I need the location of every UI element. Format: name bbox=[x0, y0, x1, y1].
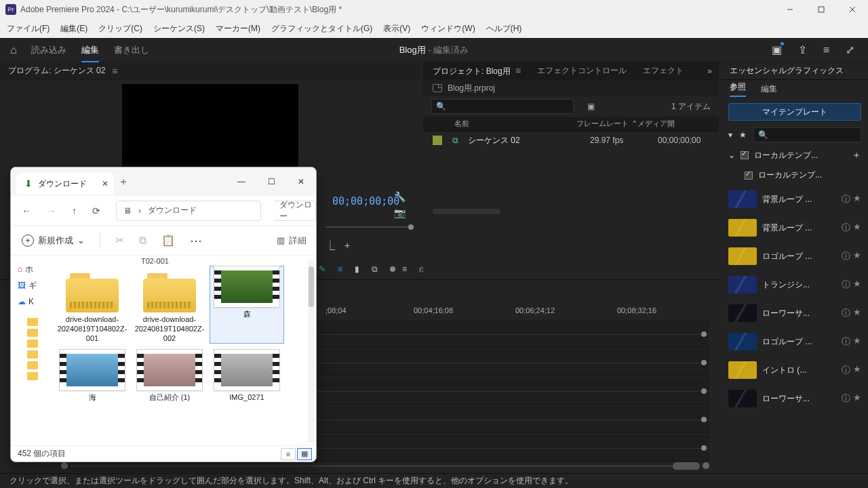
address-bar[interactable]: 🖥 › ダウンロード bbox=[116, 201, 261, 221]
more-tabs-icon[interactable]: » bbox=[707, 66, 719, 76]
eg-folder[interactable]: ⌄ ローカルテンプ... ＋ bbox=[722, 145, 868, 165]
explorer-close[interactable]: ✕ bbox=[286, 170, 316, 193]
menu-item[interactable]: グラフィックとタイトル(G) bbox=[271, 23, 372, 35]
workspace-tab-import[interactable]: 読み込み bbox=[31, 44, 66, 56]
eg-title[interactable]: エッセンシャルグラフィックス bbox=[722, 62, 868, 80]
menu-item[interactable]: シーケンス(S) bbox=[153, 23, 205, 35]
workspace-menu-icon[interactable]: ≡ bbox=[823, 44, 829, 56]
info-icon[interactable]: ⓘ bbox=[842, 364, 850, 376]
project-hscroll[interactable] bbox=[433, 209, 500, 214]
file-item[interactable]: drive-download-20240819T104802Z-001 bbox=[56, 266, 129, 343]
explorer-maximize[interactable]: ☐ bbox=[256, 170, 286, 193]
quick-export-icon[interactable]: ▣ bbox=[772, 43, 782, 56]
window-minimize[interactable] bbox=[774, 0, 806, 19]
info-icon[interactable]: ⓘ bbox=[842, 193, 850, 205]
sidebar-gallery[interactable]: 🖼ギ bbox=[18, 277, 53, 293]
marker-out-icon[interactable]: ⎿ bbox=[326, 240, 335, 251]
window-maximize[interactable] bbox=[806, 0, 837, 19]
sidebar-home[interactable]: ⌂ホ bbox=[18, 261, 53, 277]
ctrl-icon[interactable]: ≡ bbox=[338, 264, 342, 274]
star-icon[interactable]: ★ bbox=[853, 336, 861, 348]
template-item[interactable]: ローワーサ...ⓘ★ bbox=[722, 384, 868, 413]
add-marker-icon[interactable]: + bbox=[344, 240, 350, 251]
workspace-tab-edit[interactable]: 編集 bbox=[81, 44, 99, 56]
crumb-label[interactable]: ダウンロード bbox=[148, 205, 197, 216]
ctrl-icon[interactable]: ✎ bbox=[319, 264, 326, 274]
add-folder-icon[interactable]: ＋ bbox=[852, 149, 861, 161]
template-item[interactable]: 背景ループ ...ⓘ★ bbox=[722, 214, 868, 242]
keyframe-handle[interactable] bbox=[701, 360, 707, 365]
explorer-tab[interactable]: ⬇ ダウンロード ✕ bbox=[16, 173, 114, 195]
tab-close-icon[interactable]: ✕ bbox=[102, 179, 108, 188]
ctrl-icon[interactable]: ▮ bbox=[355, 264, 359, 274]
menu-item[interactable]: 表示(V) bbox=[383, 23, 410, 35]
template-item[interactable]: トランジシ...ⓘ★ bbox=[722, 270, 868, 299]
template-item[interactable]: ロゴループ ...ⓘ★ bbox=[722, 327, 868, 356]
nav-refresh-icon[interactable]: ⟳ bbox=[92, 205, 100, 216]
star-icon[interactable]: ★ bbox=[853, 307, 861, 319]
project-search[interactable]: 🔍 bbox=[431, 99, 574, 114]
template-item[interactable]: 背景ループ ...ⓘ★ bbox=[722, 185, 868, 214]
nav-forward-icon[interactable]: → bbox=[47, 205, 56, 216]
sidebar-folder[interactable] bbox=[27, 329, 38, 337]
template-item[interactable]: イントロ (...ⓘ★ bbox=[722, 356, 868, 384]
tab-effects[interactable]: エフェクト bbox=[643, 65, 684, 77]
chevron-down-icon[interactable]: ⌄ bbox=[728, 150, 735, 160]
my-templates-button[interactable]: マイテンプレート bbox=[728, 103, 861, 121]
sidebar-folder[interactable] bbox=[27, 372, 38, 380]
template-item[interactable]: ロゴループ ...ⓘ★ bbox=[722, 242, 868, 270]
star-icon[interactable]: ★ bbox=[853, 279, 861, 291]
keyframe-handle[interactable] bbox=[701, 417, 707, 422]
tab-effect-controls[interactable]: エフェクトコントロール bbox=[537, 65, 627, 77]
nav-back-icon[interactable]: ← bbox=[22, 205, 31, 216]
template-item[interactable]: ローワーサ...ⓘ★ bbox=[722, 299, 868, 327]
info-icon[interactable]: ⓘ bbox=[842, 336, 850, 348]
col-framerate[interactable]: フレームレート ⌃ bbox=[576, 119, 637, 129]
menu-item[interactable]: マーカー(M) bbox=[216, 23, 260, 35]
tab-project[interactable]: プロジェクト: Blog用 ≡ bbox=[433, 65, 521, 77]
menu-item[interactable]: クリップ(C) bbox=[98, 23, 142, 35]
file-item[interactable]: 自己紹介 (1) bbox=[133, 350, 206, 403]
star-icon[interactable]: ★ bbox=[853, 193, 861, 205]
eg-search[interactable]: 🔍 bbox=[753, 127, 861, 142]
star-icon[interactable]: ★ bbox=[853, 392, 861, 405]
file-item[interactable]: IMG_0271 bbox=[210, 350, 283, 403]
nav-up-icon[interactable]: ↑ bbox=[72, 205, 77, 216]
sidebar-folder[interactable] bbox=[27, 361, 38, 369]
menu-item[interactable]: 編集(E) bbox=[60, 23, 87, 35]
info-icon[interactable]: ⓘ bbox=[842, 307, 850, 319]
timeline-hscroll[interactable] bbox=[61, 462, 709, 469]
file-item[interactable]: 海 bbox=[56, 350, 129, 403]
fullscreen-icon[interactable]: ⤢ bbox=[846, 43, 854, 56]
folder-checkbox[interactable] bbox=[745, 171, 753, 180]
cut-icon[interactable]: ✂ bbox=[115, 234, 124, 247]
ctrl-icon[interactable]: ⧉ bbox=[372, 264, 378, 274]
eg-subfolder[interactable]: ローカルテンプ... bbox=[722, 165, 868, 185]
file-item[interactable]: 森 bbox=[210, 266, 283, 343]
menu-item[interactable]: ウィンドウ(W) bbox=[421, 23, 475, 35]
info-icon[interactable]: ⓘ bbox=[842, 222, 850, 234]
sidebar-folder[interactable] bbox=[27, 350, 38, 359]
program-scrubber[interactable] bbox=[326, 225, 414, 229]
info-icon[interactable]: ⓘ bbox=[842, 250, 850, 262]
menu-item[interactable]: ファイル(F) bbox=[7, 23, 50, 35]
keyframe-handle[interactable] bbox=[701, 331, 707, 337]
keyframe-handle[interactable] bbox=[701, 445, 707, 451]
sidebar-folder[interactable] bbox=[27, 318, 38, 326]
copy-icon[interactable]: ⧉ bbox=[139, 235, 146, 247]
new-button[interactable]: +新規作成 ⌄ bbox=[22, 235, 85, 247]
add-tab-icon[interactable]: ＋ bbox=[118, 175, 129, 189]
explorer-vscroll[interactable] bbox=[308, 260, 315, 443]
workspace-tab-export[interactable]: 書き出し bbox=[114, 44, 149, 56]
info-icon[interactable]: ⓘ bbox=[842, 279, 850, 291]
share-icon[interactable]: ⇪ bbox=[798, 43, 807, 56]
info-icon[interactable]: ⓘ bbox=[842, 392, 850, 405]
details-toggle[interactable]: ▥詳細 bbox=[277, 235, 307, 247]
col-name[interactable]: 名前 bbox=[454, 119, 576, 129]
folder-checkbox[interactable] bbox=[741, 151, 749, 159]
more-icon[interactable]: ⋯ bbox=[190, 233, 203, 248]
label-chip[interactable] bbox=[433, 136, 442, 145]
filter-star-icon[interactable]: ★ bbox=[739, 130, 747, 140]
col-media[interactable]: メディア開 bbox=[637, 119, 675, 129]
star-icon[interactable]: ★ bbox=[853, 250, 861, 262]
